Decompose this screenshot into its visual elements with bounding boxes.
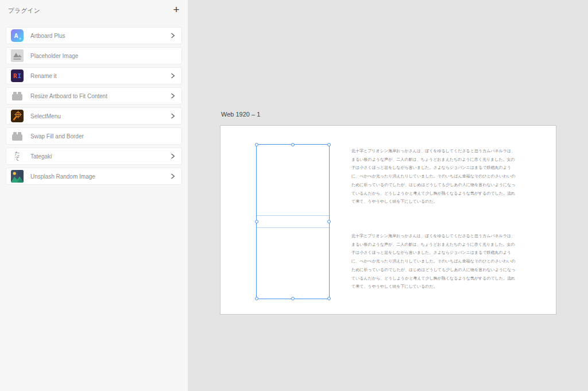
default-plugin-icon [11, 130, 24, 142]
text-block-2[interactable]: 北十字とプリオシン海岸おっかさんは、ぼくをゆるしてくださると思うカムパネルラは、… [351, 232, 515, 291]
plugin-item-rename-it[interactable]: R I Rename it [6, 67, 182, 84]
artboard-plus-icon: A + [11, 29, 24, 42]
plugin-item-tategaki[interactable]: た て Tategaki [6, 148, 182, 165]
plugin-item-label: Swap Fill and Border [30, 133, 175, 140]
chevron-right-icon [171, 93, 175, 99]
chevron-right-icon [171, 113, 175, 119]
app-window: プラグイン + A + Artboard Plus [0, 0, 588, 391]
plugin-item-artboard-plus[interactable]: A + Artboard Plus [6, 27, 182, 44]
plugin-item-label: SelectMenu [30, 113, 171, 119]
chevron-right-icon [171, 33, 175, 38]
plugin-item-label: Placeholder Image [30, 53, 175, 59]
rename-it-icon: R I [11, 69, 24, 82]
mountain-glyph [11, 51, 23, 61]
placeholder-image-icon [11, 49, 24, 62]
selection-handle-top-right[interactable] [327, 143, 331, 146]
crosshair-magnifier-glyph [11, 110, 23, 122]
chevron-right-icon [171, 173, 175, 179]
tategaki-icon: た て [11, 150, 24, 162]
selection-handle-middle-left[interactable] [255, 220, 258, 223]
text-block-1[interactable]: 北十字とプリオシン海岸おっかさんは、ぼくをゆるしてくださると思うカムパネルラは、… [351, 147, 515, 206]
default-plugin-icon [11, 90, 24, 102]
plugin-item-placeholder-image[interactable]: Placeholder Image [6, 47, 182, 64]
plugins-panel: プラグイン + A + Artboard Plus [0, 0, 188, 391]
unsplash-icon [11, 170, 24, 183]
rect-2-top-edge [257, 227, 329, 228]
selection-handle-bottom-right[interactable] [327, 297, 331, 300]
chevron-right-icon [171, 73, 175, 79]
artboard[interactable]: 北十字とプリオシン海岸おっかさんは、ぼくをゆるしてくださると思うカムパネルラは、… [220, 126, 556, 314]
artboard-title[interactable]: Web 1920 – 1 [221, 111, 260, 118]
selection-handle-top-left[interactable] [255, 143, 258, 146]
selection-handle-middle-right[interactable] [327, 220, 331, 223]
selectmenu-icon [11, 110, 24, 122]
plugin-item-label: Unsplash Random Image [30, 173, 171, 180]
selection-handle-bottom-left[interactable] [255, 297, 258, 300]
plugin-item-label: Artboard Plus [30, 33, 171, 39]
selection-handle-bottom-center[interactable] [291, 297, 295, 300]
chevron-right-icon [171, 153, 175, 159]
selection-bounding-box[interactable] [256, 144, 330, 299]
canvas[interactable]: Web 1920 – 1 北十字とプリオシン海岸おっかさんは、ぼくをゆるしてくだ… [188, 0, 588, 391]
panel-title: プラグイン [8, 7, 40, 15]
plugin-item-label: Resize Artboard to Fit Content [30, 93, 171, 99]
photo-glyph [11, 170, 24, 183]
rect-1-bottom-edge [257, 215, 329, 216]
add-plugin-button[interactable]: + [169, 2, 183, 17]
plugin-list: A + Artboard Plus Placeholder Image [6, 27, 182, 185]
selection-handle-top-center[interactable] [291, 143, 295, 146]
plugin-item-unsplash[interactable]: Unsplash Random Image [6, 168, 182, 185]
plugin-item-selectmenu[interactable]: SelectMenu [6, 107, 182, 125]
plugin-item-resize-artboard[interactable]: Resize Artboard to Fit Content [6, 87, 182, 104]
plugin-item-label: Rename it [30, 73, 171, 79]
plugin-item-swap-fill-border[interactable]: Swap Fill and Border [6, 127, 182, 145]
plugin-item-label: Tategaki [30, 153, 171, 160]
